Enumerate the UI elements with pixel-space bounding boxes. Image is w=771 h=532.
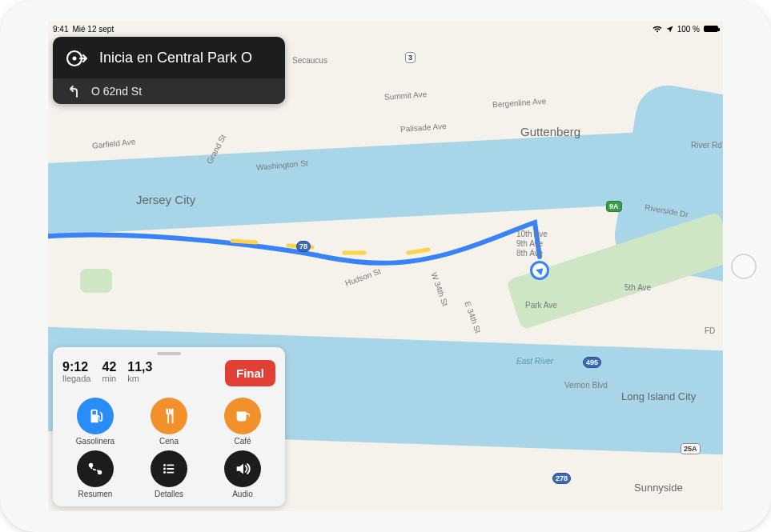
map-label-city: Guttenberg [520, 125, 580, 138]
dinner-icon [151, 398, 187, 434]
proceed-icon [64, 46, 88, 70]
ipad-frame: Jersey City Guttenberg Long Island City … [0, 0, 771, 532]
quick-overview[interactable]: Resumen [63, 450, 127, 498]
quick-audio[interactable]: Audio [211, 450, 275, 498]
map-label-road: E 34th St [463, 300, 482, 334]
svg-rect-7 [167, 468, 174, 470]
quick-label: Gasolinera [76, 437, 114, 446]
arrival-label: llegada [62, 374, 90, 383]
quick-actions: Gasolinera Cena Café [62, 398, 275, 498]
map-label-road: Vernon Blvd [564, 381, 608, 390]
status-battery-pct: 100 % [677, 25, 700, 34]
map-label-road: Secaucus [292, 56, 327, 65]
wifi-icon [653, 26, 662, 33]
battery-icon [704, 26, 718, 32]
direction-banner[interactable]: Inicia en Central Park O O 62nd St [53, 37, 285, 104]
direction-next-text: O 62nd St [91, 85, 142, 98]
route-shield: 9A [606, 201, 622, 212]
map-label-road: Hudson St [344, 266, 383, 287]
quick-dinner[interactable]: Cena [137, 398, 201, 446]
svg-rect-9 [167, 472, 174, 474]
distance-value: 11,3 [127, 360, 152, 374]
coffee-icon [224, 398, 261, 434]
svg-point-4 [163, 464, 166, 466]
overview-icon [77, 450, 114, 487]
svg-point-8 [163, 471, 166, 474]
stat-arrival: 9:12 llegada [62, 360, 90, 383]
map-label-road: Park Ave [525, 301, 557, 310]
map-label-city: Long Island City [621, 390, 696, 402]
route-shield: 78 [296, 241, 311, 252]
location-icon [666, 26, 673, 33]
map-label-road: 10th Ave [516, 230, 548, 238]
status-bar: 9:41 Mié 12 sept 100 % [48, 21, 723, 34]
map-label-road: Garfield Ave [92, 137, 136, 150]
route-shield: 278 [552, 473, 571, 484]
map-label-road: Palisade Ave [400, 122, 447, 134]
gas-icon [77, 398, 114, 434]
stat-distance: 11,3 km [127, 360, 152, 383]
duration-label: min [102, 374, 116, 383]
quick-label: Cena [159, 437, 179, 446]
map-label-city: Sunnyside [634, 482, 683, 494]
quick-label: Detalles [155, 490, 183, 498]
quick-label: Audio [232, 490, 253, 498]
distance-label: km [127, 374, 152, 383]
end-route-button[interactable]: Final [225, 360, 275, 386]
map-label-road: 8th Ave [516, 249, 543, 258]
stat-duration: 42 min [102, 360, 116, 383]
map-label-road: 5th Ave [624, 283, 651, 292]
route-shield: 25A [681, 443, 701, 454]
map-label-road: River Rd [691, 141, 722, 150]
duration-value: 42 [102, 360, 116, 374]
status-time: 9:41 [53, 25, 68, 34]
home-button[interactable] [731, 254, 757, 279]
route-shield: 3 [405, 52, 416, 63]
svg-rect-5 [167, 465, 174, 466]
map-park [80, 269, 112, 293]
nav-stats: 9:12 llegada 42 min 11,3 km Final [62, 360, 275, 386]
direction-primary: Inicia en Central Park O [53, 37, 285, 78]
route-shield: 495 [583, 357, 601, 368]
navigation-card[interactable]: 9:12 llegada 42 min 11,3 km Final [53, 347, 285, 506]
map-label-road: W 34th St [429, 271, 449, 307]
svg-point-6 [163, 468, 166, 470]
audio-icon [224, 450, 261, 487]
quick-coffee[interactable]: Café [211, 398, 275, 446]
quick-details[interactable]: Detalles [137, 450, 201, 498]
map-label-city: Jersey City [136, 193, 195, 206]
quick-gas[interactable]: Gasolinera [63, 398, 127, 446]
map-label-water: East River [516, 357, 553, 366]
map-label-road: FD [705, 326, 715, 335]
arrival-value: 9:12 [62, 360, 90, 374]
map-label-road: Summit Ave [384, 90, 428, 102]
turn-left-icon [69, 85, 80, 98]
direction-primary-text: Inicia en Central Park O [99, 50, 252, 67]
quick-label: Resumen [78, 490, 113, 498]
svg-point-1 [73, 57, 77, 61]
status-date: Mié 12 sept [72, 25, 114, 34]
direction-next[interactable]: O 62nd St [53, 78, 285, 104]
current-location-marker [530, 261, 549, 280]
drag-handle[interactable] [157, 352, 181, 355]
quick-label: Café [234, 437, 251, 446]
map-label-road: Bergenline Ave [492, 97, 547, 110]
map-label-road: 9th Ave [516, 239, 543, 248]
screen: Jersey City Guttenberg Long Island City … [48, 21, 723, 511]
details-icon [151, 450, 187, 487]
